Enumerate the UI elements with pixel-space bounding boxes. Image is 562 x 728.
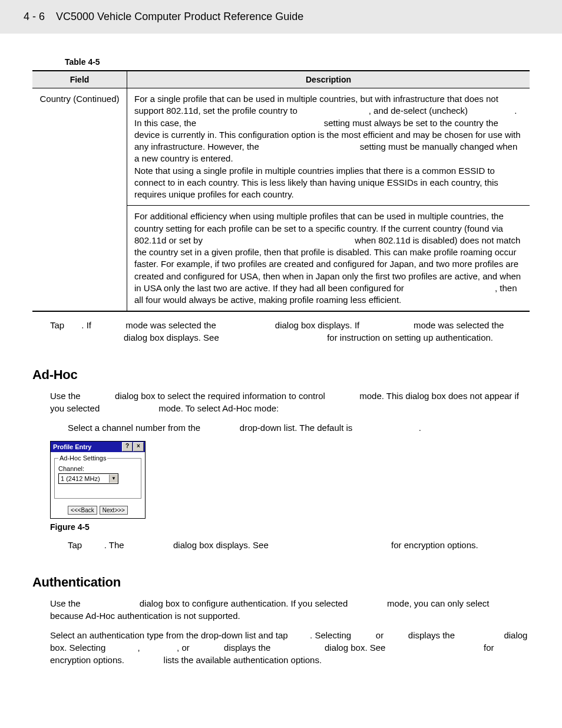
th-field: Field (32, 71, 127, 88)
close-button[interactable]: × (133, 442, 144, 452)
adhoc-intro: Use the dialog box to select the require… (50, 390, 530, 414)
adhoc-settings-group: Ad-Hoc Settings Channel: 1 (2412 MHz) ▼ (54, 454, 141, 499)
dialog-buttons: <<<Back Next>>> (51, 502, 145, 518)
paragraph-after-table: Tap . If mode was selected the dialog bo… (50, 319, 530, 344)
page-content: Table 4-5 Field Description Country (Con… (0, 34, 562, 697)
table-row: Country (Continued) For a single profile… (32, 88, 530, 206)
guide-title: VC5000 Vehicle Computer Product Referenc… (56, 11, 303, 22)
group-legend: Ad-Hoc Settings (58, 454, 107, 462)
channel-value: 1 (2412 MHz) (59, 475, 109, 482)
back-button[interactable]: <<<Back (68, 506, 97, 515)
cell-field: Country (Continued) (32, 88, 127, 312)
page-number: 4 - 6 (24, 11, 45, 22)
cell-desc-1: For a single profile that can be used in… (127, 88, 530, 206)
next-button[interactable]: Next>>> (100, 506, 128, 515)
page-header: 4 - 6 VC5000 Vehicle Computer Product Re… (0, 0, 562, 34)
auth-p1: Use the dialog box to configure authenti… (50, 597, 530, 622)
dialog-titlebar: Profile Entry ? × (51, 442, 145, 452)
country-table: Field Description Country (Continued) Fo… (32, 70, 530, 312)
dialog-body: Ad-Hoc Settings Channel: 1 (2412 MHz) ▼ (51, 452, 145, 502)
auth-p2: Select an authentication type from the d… (50, 629, 530, 666)
channel-dropdown[interactable]: 1 (2412 MHz) ▼ (58, 473, 118, 484)
adhoc-after-fig: Tap . The dialog box displays. See for e… (68, 539, 530, 551)
dialog-title: Profile Entry (52, 443, 121, 450)
table-caption: Table 4-5 (32, 57, 530, 67)
profile-entry-dialog: Profile Entry ? × Ad-Hoc Settings Channe… (50, 441, 146, 519)
help-button[interactable]: ? (122, 442, 133, 452)
cell-desc-2: For additional efficiency when using mul… (127, 206, 530, 312)
chevron-down-icon: ▼ (109, 475, 118, 483)
section-adhoc-heading: Ad-Hoc (32, 367, 530, 383)
table-header-row: Field Description (32, 71, 530, 88)
figure-caption: Figure 4-5 (50, 522, 530, 532)
channel-label: Channel: (58, 465, 137, 472)
th-description: Description (127, 71, 530, 88)
adhoc-step: Select a channel number from the drop-do… (68, 421, 530, 434)
section-auth-heading: Authentication (32, 575, 530, 590)
